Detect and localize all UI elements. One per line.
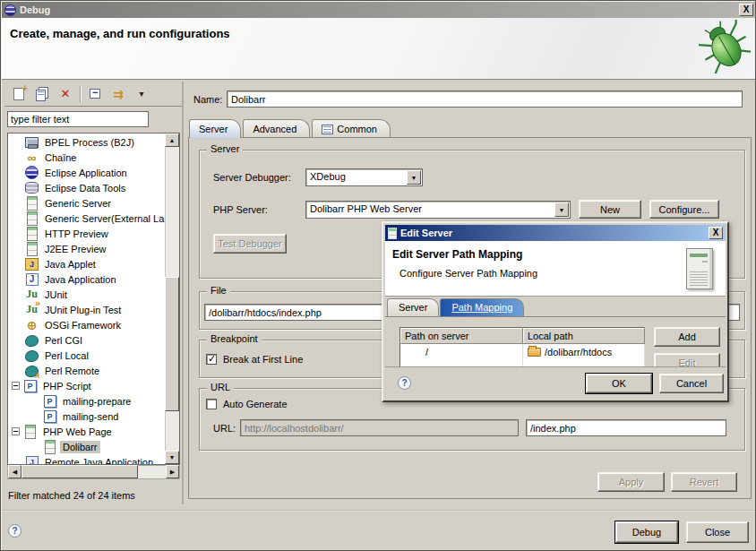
- apply-button[interactable]: Apply: [597, 472, 665, 492]
- tree-item-mailing-send[interactable]: mailing-send: [8, 409, 165, 424]
- combo-dropdown-icon[interactable]: ▼: [407, 170, 421, 185]
- configurations-panel: BPEL Process (B2J)ChaîneEclipse Applicat…: [4, 82, 184, 504]
- perl-icon: [25, 333, 39, 347]
- tree-item-http-preview[interactable]: HTTP Preview: [8, 226, 165, 241]
- tab-server[interactable]: Server: [189, 119, 241, 138]
- tree-item-php-script[interactable]: PHP Script: [8, 378, 165, 393]
- horizontal-scroll-thumb[interactable]: [21, 465, 138, 478]
- name-input[interactable]: [227, 90, 743, 108]
- php-icon: [43, 409, 56, 423]
- ok-button[interactable]: OK: [586, 374, 652, 393]
- window-close-button[interactable]: X: [739, 4, 753, 16]
- edit-server-titlebar: Edit Server X: [385, 225, 726, 241]
- tree-vertical-scrollbar[interactable]: ▲ ▼: [165, 133, 179, 464]
- dialog-tab-path-mapping[interactable]: Path Mapping: [440, 298, 524, 316]
- revert-button[interactable]: Revert: [671, 472, 737, 492]
- server-debugger-combo[interactable]: XDebug ▼: [305, 168, 423, 186]
- path-mapping-row[interactable]: //dolibarr/htdocs: [400, 344, 645, 360]
- edit-server-header: Edit Server Path Mapping Configure Serve…: [385, 241, 726, 297]
- filter-input[interactable]: [7, 111, 149, 127]
- url-label: URL:: [213, 423, 236, 434]
- break-first-line-checkbox[interactable]: [206, 354, 217, 365]
- url-path-input[interactable]: [526, 419, 726, 436]
- menu-dropdown-icon[interactable]: [133, 85, 150, 103]
- dialog-help-icon[interactable]: ?: [398, 376, 411, 390]
- collapse-minus-icon[interactable]: [12, 382, 20, 390]
- tab-common[interactable]: Common: [312, 119, 391, 138]
- server-icon: [25, 227, 39, 240]
- tree-item-perl-local[interactable]: Perl Local: [8, 348, 165, 363]
- configure-button[interactable]: Configure...: [649, 200, 719, 219]
- tree-item-perl-remote[interactable]: Perl Remote: [8, 363, 165, 378]
- php-server-combo[interactable]: Dolibarr PHP Web Server ▼: [305, 201, 571, 219]
- debug-button[interactable]: Debug: [615, 521, 678, 543]
- edit-server-close-button[interactable]: X: [709, 227, 723, 239]
- column-header-path-on-server[interactable]: Path on server: [400, 328, 523, 344]
- tree-horizontal-scrollbar[interactable]: ◀ ▶: [7, 465, 180, 479]
- collapse-minus-icon[interactable]: [12, 427, 20, 435]
- auto-generate-checkbox[interactable]: [206, 399, 217, 409]
- tree-item-label: BPEL Process (B2J): [42, 136, 137, 149]
- php-icon: [43, 394, 56, 408]
- help-icon[interactable]: ?: [8, 524, 21, 538]
- osgi-icon: [25, 318, 39, 331]
- test-debugger-button[interactable]: Test Debugger: [213, 234, 287, 254]
- collapse-all-icon[interactable]: [86, 85, 104, 103]
- server-icon: [25, 242, 39, 255]
- tree-item-java-application[interactable]: Java Application: [8, 271, 165, 287]
- configurations-toolbar: [4, 82, 182, 107]
- perl-remote-icon: [25, 364, 39, 377]
- tree-item-generic-server-external-la[interactable]: Generic Server(External La: [8, 211, 165, 226]
- vertical-scroll-thumb[interactable]: [165, 277, 179, 411]
- tree-item-label: Chaîne: [42, 151, 79, 164]
- scroll-up-icon[interactable]: ▲: [165, 133, 179, 147]
- cancel-button[interactable]: Cancel: [659, 374, 724, 393]
- tree-item-bpel-process-b2j-[interactable]: BPEL Process (B2J): [8, 134, 165, 150]
- tree-item-junit[interactable]: JUnit: [8, 287, 165, 302]
- tab-advanced[interactable]: Advanced: [243, 119, 310, 138]
- combo-dropdown-icon[interactable]: ▼: [554, 202, 569, 217]
- add-mapping-button[interactable]: Add: [654, 327, 720, 347]
- breakpoint-group-legend: Breakpoint: [207, 333, 262, 344]
- tree-item-java-applet[interactable]: Java Applet: [8, 256, 165, 271]
- tree-item-eclipse-data-tools[interactable]: Eclipse Data Tools: [8, 180, 165, 195]
- tree-item-label: HTTP Preview: [42, 228, 111, 240]
- dialog-button-bar: ? OK Cancel: [385, 366, 726, 399]
- tree-item-osgi-framework[interactable]: OSGi Framework: [8, 317, 165, 332]
- scroll-left-icon[interactable]: ◀: [8, 465, 21, 478]
- tree-item-label: PHP Script: [40, 380, 94, 392]
- eclipse-app-icon: [25, 166, 39, 179]
- scroll-down-icon[interactable]: ▼: [165, 451, 179, 464]
- tree-item-cha-ne[interactable]: Chaîne: [8, 150, 165, 165]
- tree-item-dolibarr[interactable]: Dolibarr: [8, 439, 165, 454]
- configurations-tree: BPEL Process (B2J)ChaîneEclipse Applicat…: [7, 133, 180, 465]
- tree-item-j2ee-preview[interactable]: J2EE Preview: [8, 241, 165, 256]
- tree-item-label: Generic Server: [42, 197, 114, 210]
- server-icon: [25, 211, 39, 225]
- database-icon: [25, 181, 39, 194]
- path-mapping-panel: Path on server Local path //dolibarr/htd…: [385, 316, 726, 399]
- url-base-input[interactable]: [240, 419, 519, 436]
- tree-item-generic-server[interactable]: Generic Server: [8, 195, 165, 211]
- tree-item-remote-java-application[interactable]: Remote Java Application: [8, 454, 165, 464]
- tree-item-eclipse-application[interactable]: Eclipse Application: [8, 165, 165, 180]
- tree-item-label: Dolibarr: [60, 441, 100, 453]
- bpel-process-icon: [25, 135, 39, 149]
- dialog-tab-server[interactable]: Server: [387, 298, 439, 316]
- server-path-cell: /: [400, 344, 523, 360]
- close-button[interactable]: Close: [686, 521, 749, 543]
- tree-item-php-web-page[interactable]: PHP Web Page: [8, 424, 165, 439]
- new-config-icon[interactable]: [10, 85, 28, 103]
- tree-item-junit-plug-in-test[interactable]: JUnit Plug-in Test: [8, 302, 165, 317]
- delete-config-icon[interactable]: [56, 85, 74, 103]
- tree-item-perl-cgi[interactable]: Perl CGI: [8, 332, 165, 348]
- filter-icon[interactable]: [109, 85, 127, 103]
- column-header-local-path[interactable]: Local path: [523, 328, 645, 344]
- new-server-button[interactable]: New: [579, 200, 641, 219]
- tree-item-mailing-prepare[interactable]: mailing-prepare: [8, 393, 165, 409]
- duplicate-config-icon[interactable]: [33, 85, 51, 103]
- banner-title: Create, manage, and run configurations: [10, 27, 230, 40]
- tree-item-label: Perl Remote: [42, 365, 102, 377]
- scroll-right-icon[interactable]: ▶: [166, 465, 179, 478]
- tree-item-label: Java Applet: [42, 258, 99, 271]
